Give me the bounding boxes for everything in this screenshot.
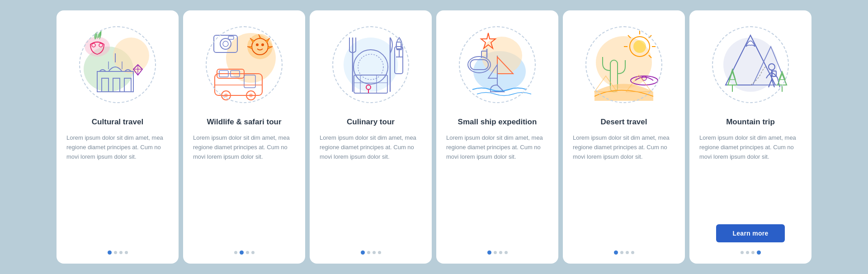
card-body-ship: Lorem ipsum dolor sit dim amet, mea regi… (446, 133, 548, 242)
card-body-wildlife: Lorem ipsum dolor sit dim amet, mea regi… (193, 133, 295, 242)
card-illustration-cultural (72, 19, 163, 110)
card-title-desert: Desert travel (600, 117, 647, 127)
card-dots-wildlife (234, 250, 255, 255)
cards-container: Cultural travel Lorem ipsum dolor sit di… (57, 10, 811, 264)
card-dots-cultural (108, 250, 128, 255)
card-body-cultural: Lorem ipsum dolor sit dim amet, mea regi… (66, 133, 169, 242)
dot (494, 251, 497, 254)
card-dots-desert (614, 250, 634, 255)
dot-active (108, 250, 112, 255)
card-illustration-ship (452, 19, 542, 110)
dot-active (487, 250, 491, 255)
card-dots-ship (487, 250, 508, 255)
dot (746, 251, 749, 254)
dashed-circle (585, 26, 662, 103)
dashed-circle (79, 26, 156, 103)
dot (751, 251, 755, 254)
dot (114, 251, 117, 254)
dot (234, 251, 237, 254)
card-body-culinary: Lorem ipsum dolor sit dim amet, mea regi… (320, 133, 422, 242)
dashed-circle (206, 26, 283, 103)
card-title-cultural: Cultural travel (92, 117, 143, 127)
dot (125, 251, 128, 254)
card-title-ship: Small ship expedition (458, 117, 537, 127)
card-dots-mountain (741, 250, 761, 255)
card-dots-culinary (361, 250, 381, 255)
dot (505, 251, 508, 254)
dot (373, 251, 376, 254)
dot-active (361, 250, 365, 255)
card-illustration-wildlife (199, 19, 289, 110)
card-illustration-desert (579, 19, 669, 110)
card-body-desert: Lorem ipsum dolor sit dim amet, mea regi… (573, 133, 675, 242)
card-culinary-tour: Culinary tour Lorem ipsum dolor sit dim … (310, 10, 432, 264)
dot (119, 251, 123, 254)
card-title-wildlife: Wildlife & safari tour (207, 117, 281, 127)
dot (631, 251, 634, 254)
card-illustration-culinary (326, 19, 416, 110)
card-desert-travel: Desert travel Lorem ipsum dolor sit dim … (563, 10, 685, 264)
dashed-circle (459, 26, 536, 103)
dot (626, 251, 629, 254)
card-wildlife-safari: Wildlife & safari tour Lorem ipsum dolor… (183, 10, 305, 264)
card-body-mountain: Lorem ipsum dolor sit dim amet, mea regi… (699, 133, 802, 218)
card-illustration-mountain (705, 19, 796, 110)
card-title-culinary: Culinary tour (347, 117, 395, 127)
dashed-circle (332, 26, 409, 103)
learn-more-button[interactable]: Learn more (716, 224, 784, 242)
dot-active (240, 250, 244, 255)
dot (251, 251, 255, 254)
dot (246, 251, 249, 254)
dot-active (757, 250, 761, 255)
dot (620, 251, 623, 254)
dot (378, 251, 381, 254)
card-small-ship: Small ship expedition Lorem ipsum dolor … (436, 10, 558, 264)
dashed-circle (712, 26, 789, 103)
dot (367, 251, 370, 254)
card-mountain-trip: Mountain trip Lorem ipsum dolor sit dim … (689, 10, 811, 264)
dot-active (614, 250, 618, 255)
dot (499, 251, 502, 254)
dot (741, 251, 744, 254)
card-cultural-travel: Cultural travel Lorem ipsum dolor sit di… (57, 10, 179, 264)
card-title-mountain: Mountain trip (726, 117, 775, 127)
